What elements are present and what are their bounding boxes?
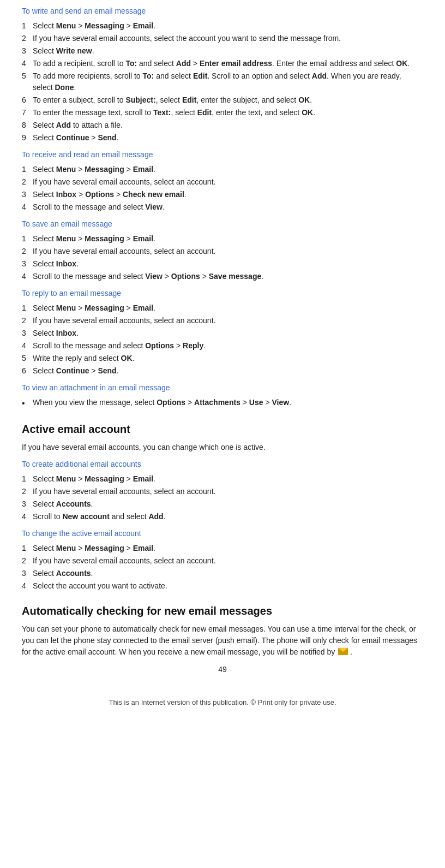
active-account-body: If you have several email accounts, you … bbox=[22, 442, 423, 453]
list-item: 1Select Menu > Messaging > Email. bbox=[22, 302, 423, 314]
section-change-active: To change the active email account 1Sele… bbox=[22, 528, 423, 592]
auto-check-body: You can set your phone to automatically … bbox=[22, 623, 423, 658]
section-receive-read: To receive and read an email message 1Se… bbox=[22, 149, 423, 213]
list-item: 3Select Accounts. bbox=[22, 498, 423, 510]
email-notification-icon bbox=[338, 647, 348, 658]
list-item: 1Select Menu > Messaging > Email. bbox=[22, 164, 423, 175]
section-save-email: To save an email message 1Select Menu > … bbox=[22, 218, 423, 282]
list-item: 6Select Continue > Send. bbox=[22, 365, 423, 377]
list-item: 4Scroll to New account and select Add. bbox=[22, 511, 423, 522]
section-create-additional: To create additional email accounts 1Sel… bbox=[22, 459, 423, 522]
heading-receive-read: To receive and read an email message bbox=[22, 149, 423, 160]
list-item: • When you view the message, select Opti… bbox=[22, 397, 423, 410]
section-active-account: Active email account If you have several… bbox=[22, 421, 423, 453]
list-item: 3Select Accounts. bbox=[22, 568, 423, 579]
big-heading-auto-check: Automatically checking for new email mes… bbox=[22, 603, 423, 619]
list-save-email: 1Select Menu > Messaging > Email. 2If yo… bbox=[22, 233, 423, 282]
list-item: 2If you have several email accounts, sel… bbox=[22, 555, 423, 567]
big-heading-active-account: Active email account bbox=[22, 421, 423, 437]
list-item: 3Select Inbox > Options > Check new emai… bbox=[22, 189, 423, 200]
section-auto-check: Automatically checking for new email mes… bbox=[22, 603, 423, 658]
heading-write-send: To write and send an email message bbox=[22, 5, 423, 17]
page-number: 49 bbox=[22, 664, 423, 675]
section-write-send: To write and send an email message 1Sele… bbox=[22, 5, 423, 144]
page-container: To write and send an email message 1Sele… bbox=[0, 0, 445, 868]
list-reply-email: 1Select Menu > Messaging > Email. 2If yo… bbox=[22, 302, 423, 377]
list-item: 3Select Inbox. bbox=[22, 328, 423, 339]
list-item: 3Select Write new. bbox=[22, 45, 423, 57]
list-item: 2If you have several email accounts, sel… bbox=[22, 176, 423, 188]
list-item: 1Select Menu > Messaging > Email. bbox=[22, 20, 423, 32]
list-write-send: 1Select Menu > Messaging > Email. 2If yo… bbox=[22, 20, 423, 144]
list-view-attachment: • When you view the message, select Opti… bbox=[22, 397, 423, 410]
list-item: 4Scroll to the message and select View. bbox=[22, 201, 423, 213]
page-footer: This is an Internet version of this publ… bbox=[22, 697, 423, 708]
list-item: 6To enter a subject, scroll to Subject:,… bbox=[22, 94, 423, 106]
list-item: 5To add more recipients, scroll to To: a… bbox=[22, 70, 423, 93]
list-item: 2If you have several email accounts, sel… bbox=[22, 33, 423, 44]
heading-view-attachment: To view an attachment in an email messag… bbox=[22, 382, 423, 394]
list-item: 5Write the reply and select OK. bbox=[22, 353, 423, 364]
list-item: 8Select Add to attach a file. bbox=[22, 120, 423, 131]
list-item: 1Select Menu > Messaging > Email. bbox=[22, 543, 423, 554]
list-item: 7To enter the message text, scroll to Te… bbox=[22, 107, 423, 118]
section-reply-email: To reply to an email message 1Select Men… bbox=[22, 288, 423, 377]
heading-save-email: To save an email message bbox=[22, 218, 423, 230]
list-item: 3Select Inbox. bbox=[22, 258, 423, 270]
list-item: 2If you have several email accounts, sel… bbox=[22, 315, 423, 326]
heading-reply-email: To reply to an email message bbox=[22, 288, 423, 299]
list-item: 1Select Menu > Messaging > Email. bbox=[22, 233, 423, 245]
list-item: 4Scroll to the message and select View >… bbox=[22, 271, 423, 282]
heading-change-active: To change the active email account bbox=[22, 528, 423, 539]
list-item: 9Select Continue > Send. bbox=[22, 132, 423, 144]
list-item: 4Scroll to the message and select Option… bbox=[22, 340, 423, 352]
list-item: 4Select the account you want to activate… bbox=[22, 580, 423, 592]
list-item: 2If you have several email accounts, sel… bbox=[22, 486, 423, 497]
list-item: 1Select Menu > Messaging > Email. bbox=[22, 473, 423, 485]
section-view-attachment: To view an attachment in an email messag… bbox=[22, 382, 423, 410]
list-item: 4To add a recipient, scroll to To: and s… bbox=[22, 58, 423, 69]
list-item: 2If you have several email accounts, sel… bbox=[22, 246, 423, 257]
list-change-active: 1Select Menu > Messaging > Email. 2If yo… bbox=[22, 543, 423, 592]
list-receive-read: 1Select Menu > Messaging > Email. 2If yo… bbox=[22, 164, 423, 213]
heading-create-additional: To create additional email accounts bbox=[22, 459, 423, 470]
list-create-additional: 1Select Menu > Messaging > Email. 2If yo… bbox=[22, 473, 423, 522]
